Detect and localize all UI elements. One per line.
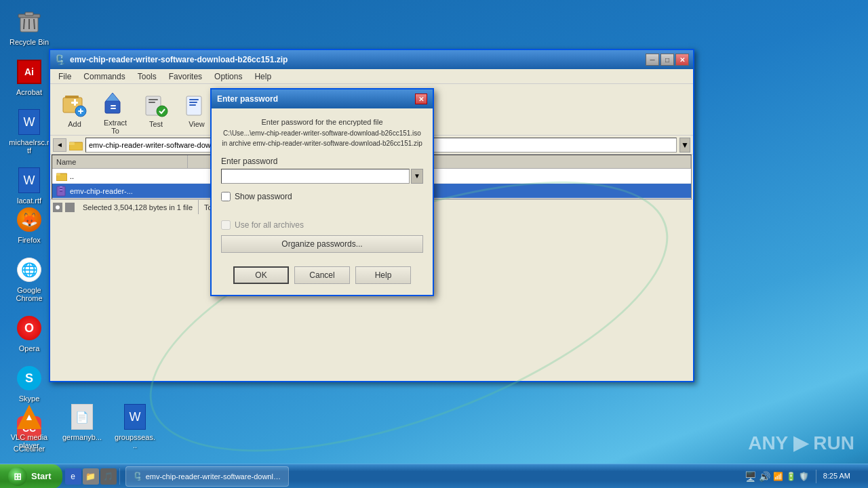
anyrun-watermark: ANY ▶ RUN xyxy=(748,432,854,454)
dialog-info: Enter password for the encrypted file C:… xyxy=(221,117,423,148)
close-window-button[interactable]: ✕ xyxy=(675,54,689,66)
svg-rect-36 xyxy=(56,174,60,176)
use-for-all-checkbox[interactable] xyxy=(221,220,231,230)
germany-desktop-icon[interactable]: 📄 germanyb... xyxy=(58,401,106,452)
help-button[interactable]: Help xyxy=(355,266,411,284)
cancel-button[interactable]: Cancel xyxy=(294,266,350,284)
menu-file[interactable]: File xyxy=(53,70,77,83)
dialog-body: Enter password for the encrypted file C:… xyxy=(212,108,433,295)
vlc-label: VLC media player xyxy=(8,433,50,449)
password-dropdown-button[interactable]: ▼ xyxy=(411,169,423,184)
address-back-button[interactable]: ◄ xyxy=(53,138,66,152)
groupsseas-desktop-icon[interactable]: W groupsseas... xyxy=(111,401,159,452)
opera-desktop-icon[interactable]: O Opera xyxy=(5,312,53,355)
tray-network-icon[interactable]: 🖥️ xyxy=(745,471,756,482)
show-password-label[interactable]: Show password xyxy=(235,192,292,201)
col-name[interactable]: Name xyxy=(52,155,188,168)
show-password-row: Show password xyxy=(221,192,423,201)
vlc-desktop-icon[interactable]: ▲ VLC media player xyxy=(5,401,53,452)
svg-rect-19 xyxy=(149,102,155,103)
address-dropdown-button[interactable]: ▼ xyxy=(679,138,690,152)
extract-icon xyxy=(102,92,129,117)
minimize-button[interactable]: ─ xyxy=(646,54,659,66)
menu-commands[interactable]: Commands xyxy=(78,70,130,83)
recycle-bin-icon[interactable]: Recycle Bin xyxy=(5,5,53,49)
acrobat-label: Acrobat xyxy=(16,88,42,96)
tray-network2-icon[interactable]: 📶 xyxy=(773,472,783,481)
taskbar-clock[interactable]: 8:25 AM xyxy=(823,471,850,481)
taskbar-middle: 🗜️ emv-chip-reader-writer-software-downl… xyxy=(123,466,739,487)
folder-quick-launch[interactable]: 📁 xyxy=(83,468,99,485)
svg-rect-7 xyxy=(65,96,79,98)
taskbar-winrar-icon: 🗜️ xyxy=(133,472,143,481)
firefox-desktop-icon[interactable]: 🦊 Firefox xyxy=(5,203,53,247)
ok-button[interactable]: OK xyxy=(233,266,289,284)
dialog-info-line2: C:\Use...\emv-chip-reader-writer-softwar… xyxy=(221,128,423,138)
show-password-checkbox[interactable] xyxy=(221,192,231,201)
svg-rect-15 xyxy=(111,105,116,106)
dialog-close-button[interactable]: ✕ xyxy=(415,94,427,104)
status-left: Selected 3,504,128 bytes in 1 file xyxy=(77,200,199,214)
svg-rect-41 xyxy=(60,190,62,192)
taskbar-winrar-label: emv-chip-reader-writer-software-download… xyxy=(146,472,281,481)
svg-marker-14 xyxy=(106,93,119,101)
dialog-info-line1: Enter password for the encrypted file xyxy=(221,117,423,128)
password-field-label: Enter password xyxy=(221,157,423,166)
tray-security-icon[interactable]: 🛡️ xyxy=(799,472,809,481)
dialog-info-line3: in archive emv-chip-reader-writer-softwa… xyxy=(221,138,423,148)
toolbar-extract-button[interactable]: Extract To xyxy=(96,88,134,131)
svg-rect-12 xyxy=(80,108,81,114)
folder-icon xyxy=(56,171,67,181)
svg-rect-38 xyxy=(60,186,62,188)
svg-rect-23 xyxy=(189,102,197,103)
dialog-titlebar: Enter password ✕ xyxy=(212,89,433,108)
organize-passwords-button[interactable]: Organize passwords... xyxy=(221,235,423,253)
menu-help[interactable]: Help xyxy=(249,70,277,83)
dialog-buttons: OK Cancel Help xyxy=(221,261,423,287)
svg-rect-13 xyxy=(105,101,120,113)
menu-tools[interactable]: Tools xyxy=(132,70,162,83)
taskbar-winrar-item[interactable]: 🗜️ emv-chip-reader-writer-software-downl… xyxy=(125,466,289,487)
toolbar-test-button[interactable]: Test xyxy=(137,88,175,131)
michaelrsc-icon[interactable]: W michaelrsc.rtf xyxy=(5,106,53,157)
status-icon2 xyxy=(65,203,75,212)
menu-options[interactable]: Options xyxy=(209,70,248,83)
menu-favorites[interactable]: Favorites xyxy=(163,70,208,83)
opera-label: Opera xyxy=(19,344,40,352)
chrome-desktop-icon[interactable]: 🌐 Google Chrome xyxy=(5,253,53,305)
taskbar-time: 8:25 AM xyxy=(823,471,850,481)
tray-sound-icon[interactable]: 🔊 xyxy=(759,471,770,482)
view-icon xyxy=(183,92,210,119)
svg-rect-39 xyxy=(60,188,62,189)
toolbar-add-button[interactable]: Add xyxy=(56,88,94,131)
svg-rect-18 xyxy=(149,99,158,100)
password-input[interactable] xyxy=(221,169,410,184)
ie-quick-launch[interactable]: e xyxy=(65,468,81,485)
taskbar-tray: 🖥️ 🔊 📶 🔋 🛡️ 8:25 AM xyxy=(739,470,868,483)
use-for-all-row: Use for all archives xyxy=(221,220,423,230)
recycle-bin-label: Recycle Bin xyxy=(9,38,49,46)
quick-launch: e 📁 🎵 xyxy=(62,468,120,485)
svg-line-5 xyxy=(34,19,35,29)
start-button[interactable]: ⊞ Start xyxy=(0,464,62,489)
test-icon xyxy=(142,92,170,119)
tray-volume-icon[interactable]: 🔋 xyxy=(786,472,796,481)
svg-rect-9 xyxy=(74,99,76,106)
svg-rect-34 xyxy=(69,142,75,145)
winrar-titlebar: 🗜️ emv-chip-reader-writer-software-downl… xyxy=(50,50,693,69)
zip-file-icon xyxy=(56,186,67,197)
add-icon xyxy=(61,92,88,119)
svg-line-3 xyxy=(24,19,24,29)
groupsseas-label: groupsseas... xyxy=(114,433,156,449)
media-quick-launch[interactable]: 🎵 xyxy=(100,468,117,485)
dialog-title: Enter password xyxy=(217,94,278,104)
desktop: Recycle Bin Ai Acrobat W michaelrsc.rtf … xyxy=(0,0,868,488)
maximize-button[interactable]: □ xyxy=(660,54,674,66)
firefox-label: Firefox xyxy=(18,236,41,244)
svg-point-20 xyxy=(157,106,167,117)
acrobat-icon[interactable]: Ai Acrobat xyxy=(5,56,53,99)
password-input-row: ▼ xyxy=(221,169,423,184)
svg-rect-24 xyxy=(189,104,196,106)
status-icon1 xyxy=(53,203,62,212)
titlebar-controls: ─ □ ✕ xyxy=(646,54,689,66)
